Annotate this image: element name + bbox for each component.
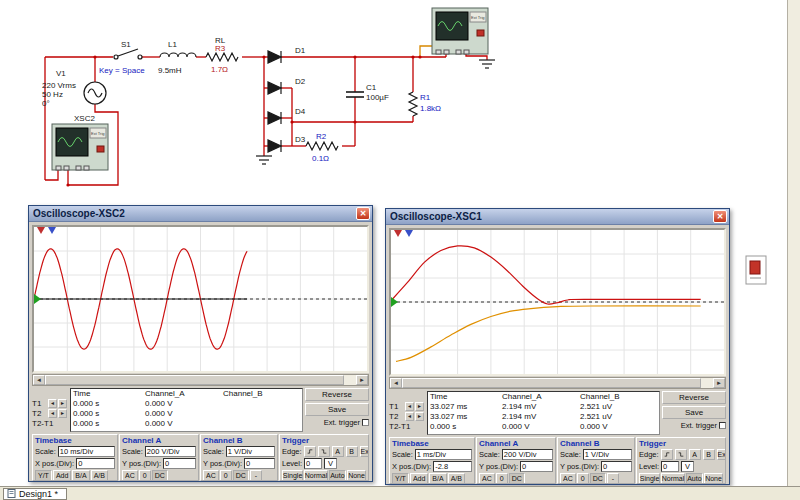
edge-falling-button[interactable] bbox=[318, 446, 330, 457]
ext-trigger-indicator[interactable] bbox=[362, 419, 369, 426]
save-button[interactable]: Save bbox=[305, 403, 369, 416]
reverse-button[interactable]: Reverse bbox=[662, 391, 726, 404]
scope-scrollbar[interactable]: ◄ ► bbox=[32, 374, 369, 386]
trigger-none-button[interactable]: None bbox=[347, 470, 366, 481]
component-label[interactable]: C1 bbox=[366, 83, 377, 92]
component-label[interactable]: XSC2 bbox=[74, 114, 95, 123]
component-label[interactable]: L1 bbox=[168, 40, 177, 49]
channel-b-scale-field[interactable]: 1 V/Div bbox=[226, 446, 275, 457]
capacitor-c1[interactable] bbox=[346, 92, 364, 97]
scroll-left-button[interactable]: ◄ bbox=[33, 375, 45, 385]
timebase-scale-field[interactable]: 10 ms/Div bbox=[58, 446, 115, 457]
component-label[interactable]: S1 bbox=[121, 40, 131, 49]
floating-component-icon[interactable] bbox=[745, 255, 767, 285]
component-label[interactable]: 9.5mH bbox=[158, 66, 182, 75]
t1-right-button[interactable]: ► bbox=[58, 399, 67, 408]
trigger-normal-button[interactable]: Normal bbox=[661, 473, 685, 484]
scrollbar-thumb[interactable] bbox=[402, 378, 701, 388]
edge-rising-button[interactable] bbox=[661, 449, 673, 460]
trigger-source-a-button[interactable]: A bbox=[332, 446, 344, 457]
channel-a-ypos-field[interactable]: 0 bbox=[163, 458, 196, 469]
channel-b-ypos-field[interactable]: 0 bbox=[244, 458, 275, 469]
resistor-r3[interactable] bbox=[206, 53, 238, 61]
add-button[interactable]: Add bbox=[53, 470, 71, 481]
switch-s1[interactable] bbox=[114, 49, 142, 59]
trigger-auto-button[interactable]: Auto bbox=[329, 470, 346, 481]
ac-source-v1[interactable] bbox=[84, 82, 106, 104]
t1-left-button[interactable]: ◄ bbox=[405, 402, 414, 411]
trigger-none-button[interactable]: None bbox=[704, 473, 723, 484]
trigger-source-a-button[interactable]: A bbox=[689, 449, 701, 460]
add-button[interactable]: Add bbox=[410, 473, 428, 484]
channel-b-ac-button[interactable]: AC bbox=[203, 470, 219, 481]
component-label[interactable]: R1 bbox=[420, 93, 431, 102]
trigger-level-unit[interactable]: V bbox=[681, 461, 694, 472]
trigger-source-b-button[interactable]: B bbox=[346, 446, 358, 457]
save-button[interactable]: Save bbox=[662, 406, 726, 419]
scrollbar-track[interactable] bbox=[402, 378, 713, 388]
component-label[interactable]: R3 bbox=[215, 44, 226, 53]
reverse-button[interactable]: Reverse bbox=[305, 388, 369, 401]
channel-a-scale-field[interactable]: 200 V/Div bbox=[502, 449, 553, 460]
t2-right-button[interactable]: ► bbox=[58, 409, 67, 418]
edge-rising-button[interactable] bbox=[304, 446, 316, 457]
t2-left-button[interactable]: ◄ bbox=[48, 409, 57, 418]
channel-b-ypos-field[interactable]: 0 bbox=[601, 461, 632, 472]
timebase-scale-field[interactable]: 1 ms/Div bbox=[415, 449, 472, 460]
component-label[interactable]: V1 bbox=[56, 69, 66, 78]
channel-a-dc-button[interactable]: DC bbox=[152, 470, 168, 481]
trigger-level-unit[interactable]: V bbox=[324, 458, 337, 469]
ground-symbol[interactable] bbox=[479, 60, 495, 68]
channel-a-ypos-field[interactable]: 0 bbox=[520, 461, 553, 472]
edge-falling-button[interactable] bbox=[675, 449, 687, 460]
component-label[interactable]: 100µF bbox=[366, 93, 389, 102]
component-label[interactable]: 1.8kΩ bbox=[420, 104, 441, 113]
ext-trigger-indicator[interactable] bbox=[719, 422, 726, 429]
trigger-auto-button[interactable]: Auto bbox=[686, 473, 703, 484]
ground-symbol[interactable] bbox=[256, 156, 272, 164]
channel-b-invert-button[interactable]: - bbox=[250, 470, 262, 481]
channel-a-scale-field[interactable]: 200 V/Div bbox=[145, 446, 196, 457]
t1-right-button[interactable]: ► bbox=[415, 402, 424, 411]
channel-b-zero-button[interactable]: 0 bbox=[220, 470, 232, 481]
timebase-xpos-field[interactable]: -2.8 bbox=[433, 461, 472, 472]
channel-a-zero-button[interactable]: 0 bbox=[139, 470, 151, 481]
diode-d3[interactable] bbox=[268, 140, 281, 152]
ba-button[interactable]: B/A bbox=[429, 473, 446, 484]
component-label[interactable]: Ext Trig bbox=[471, 15, 485, 20]
trigger-source-ext-button[interactable]: Ext bbox=[360, 446, 369, 457]
scope-scrollbar[interactable]: ◄ ► bbox=[389, 377, 726, 389]
component-label[interactable]: Ext Trig bbox=[91, 131, 105, 136]
trigger-source-b-button[interactable]: B bbox=[703, 449, 715, 460]
component-label[interactable]: 220 Vrms bbox=[42, 81, 76, 90]
yt-button[interactable]: Y/T bbox=[392, 473, 409, 484]
scroll-right-button[interactable]: ► bbox=[713, 378, 725, 388]
scrollbar-track[interactable] bbox=[45, 375, 356, 385]
component-label[interactable]: Key = Space bbox=[99, 66, 145, 75]
ab-button[interactable]: A/B bbox=[91, 470, 108, 481]
scroll-left-button[interactable]: ◄ bbox=[390, 378, 402, 388]
trigger-source-ext-button[interactable]: Ext bbox=[717, 449, 726, 460]
component-label[interactable]: 0° bbox=[42, 99, 50, 108]
component-label[interactable]: 50 Hz bbox=[42, 90, 63, 99]
trigger-single-button[interactable]: Single bbox=[282, 470, 303, 481]
channel-b-zero-button[interactable]: 0 bbox=[577, 473, 589, 484]
scrollbar-thumb[interactable] bbox=[45, 375, 344, 385]
t2-right-button[interactable]: ► bbox=[415, 412, 424, 421]
component-label[interactable]: D2 bbox=[295, 77, 306, 86]
trigger-level-field[interactable]: 0 bbox=[304, 458, 322, 469]
channel-a-zero-button[interactable]: 0 bbox=[496, 473, 508, 484]
resistor-r1[interactable] bbox=[409, 92, 417, 116]
timebase-xpos-field[interactable]: 0 bbox=[76, 458, 115, 469]
component-label[interactable]: D3 bbox=[295, 135, 306, 144]
diode-d1[interactable] bbox=[268, 51, 281, 63]
diode-d2[interactable] bbox=[268, 82, 281, 94]
scroll-right-button[interactable]: ► bbox=[356, 375, 368, 385]
close-button[interactable]: ✕ bbox=[356, 207, 370, 220]
channel-b-ac-button[interactable]: AC bbox=[560, 473, 576, 484]
close-button[interactable]: ✕ bbox=[713, 210, 727, 223]
t2-left-button[interactable]: ◄ bbox=[405, 412, 414, 421]
diode-d4[interactable] bbox=[268, 112, 281, 124]
channel-a-dc-button[interactable]: DC bbox=[509, 473, 525, 484]
channel-b-dc-button[interactable]: DC bbox=[590, 473, 606, 484]
